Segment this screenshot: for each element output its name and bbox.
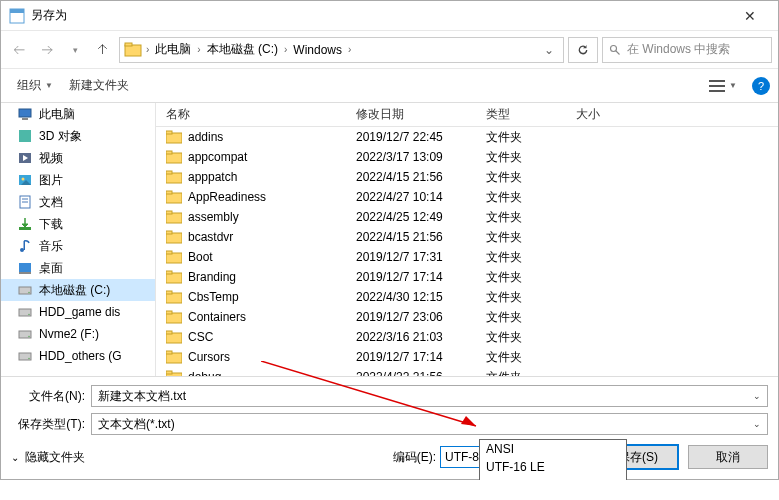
up-button[interactable]: 🡡 [91,38,115,62]
folder-icon [166,130,182,144]
svg-rect-35 [166,131,172,134]
sidebar-item[interactable]: 桌面 [1,257,155,279]
hide-folders-toggle[interactable]: ⌄ 隐藏文件夹 [11,449,85,466]
svg-rect-24 [19,263,31,272]
file-row[interactable]: bcastdvr2022/4/15 21:56文件夹 [156,227,778,247]
refresh-button[interactable] [568,37,598,63]
navigation-tree[interactable]: 此电脑3D 对象视频图片文档下载音乐桌面本地磁盘 (C:)HDD_game di… [1,103,156,376]
savetype-select[interactable]: 文本文档(*.txt)⌄ [91,413,768,435]
close-button[interactable]: ✕ [730,8,770,24]
file-row[interactable]: Containers2019/12/7 23:06文件夹 [156,307,778,327]
file-name: Branding [188,270,236,284]
sidebar-label: HDD_game dis [39,305,120,319]
file-name: debug [188,370,221,376]
encoding-option[interactable]: UTF-16 LE [480,458,626,476]
file-row[interactable]: Branding2019/12/7 17:14文件夹 [156,267,778,287]
file-date: 2022/4/30 12:15 [356,290,486,304]
sidebar-item[interactable]: 视频 [1,147,155,169]
folder-icon [166,370,182,376]
file-row[interactable]: AppReadiness2022/4/27 10:14文件夹 [156,187,778,207]
file-row[interactable]: apppatch2022/4/15 21:56文件夹 [156,167,778,187]
view-options-button[interactable]: ▼ [700,75,746,97]
sidebar-item[interactable]: Nvme2 (F:) [1,323,155,345]
column-headers: 名称 修改日期 类型 大小 [156,103,778,127]
music-icon [17,238,33,254]
file-row[interactable]: Boot2019/12/7 17:31文件夹 [156,247,778,267]
file-row[interactable]: CSC2022/3/16 21:03文件夹 [156,327,778,347]
cancel-button[interactable]: 取消 [688,445,768,469]
encoding-dropdown[interactable]: ANSIUTF-16 LEUTF-16 BEUTF-8带有 BOM 的 UTF-… [479,439,627,480]
sidebar-label: 文档 [39,194,63,211]
savetype-label: 保存类型(T): [11,416,91,433]
encoding-label: 编码(E): [393,449,436,466]
new-folder-button[interactable]: 新建文件夹 [61,74,137,97]
content-area: 此电脑3D 对象视频图片文档下载音乐桌面本地磁盘 (C:)HDD_game di… [1,103,778,377]
app-icon [9,8,25,24]
file-list[interactable]: 名称 修改日期 类型 大小 addins2019/12/7 22:45文件夹ap… [156,103,778,376]
address-bar[interactable]: › 此电脑 › 本地磁盘 (C:) › Windows › ⌄ [119,37,564,63]
sidebar-label: 音乐 [39,238,63,255]
file-row[interactable]: CbsTemp2022/4/30 12:15文件夹 [156,287,778,307]
sidebar-label: 视频 [39,150,63,167]
breadcrumb-item[interactable]: 本地磁盘 (C:) [201,40,284,59]
svg-rect-23 [24,241,26,250]
sidebar-item[interactable]: HDD_game dis [1,301,155,323]
folder-icon [166,230,182,244]
file-row[interactable]: debug2022/4/22 21:56文件夹 [156,367,778,376]
file-row[interactable]: assembly2022/4/25 12:49文件夹 [156,207,778,227]
help-button[interactable]: ? [752,77,770,95]
svg-point-33 [28,358,30,360]
disk-icon [17,326,33,342]
caret-down-icon[interactable]: ⌄ [753,419,761,429]
sidebar-item[interactable]: HDD_others (G [1,345,155,367]
filename-input[interactable]: 新建文本文档.txt⌄ [91,385,768,407]
svg-point-29 [28,314,30,316]
sidebar-item[interactable]: 文档 [1,191,155,213]
encoding-option[interactable]: ANSI [480,440,626,458]
file-name: appcompat [188,150,247,164]
file-row[interactable]: Cursors2019/12/7 17:14文件夹 [156,347,778,367]
svg-rect-49 [166,271,172,274]
file-date: 2019/12/7 22:45 [356,130,486,144]
sidebar-item[interactable]: 下载 [1,213,155,235]
breadcrumb-item[interactable]: Windows [287,42,348,58]
file-row[interactable]: appcompat2022/3/17 13:09文件夹 [156,147,778,167]
sidebar-item[interactable]: 3D 对象 [1,125,155,147]
folder-icon [166,250,182,264]
window-title: 另存为 [31,7,730,24]
encoding-option[interactable]: UTF-16 BE [480,476,626,480]
search-input[interactable]: 在 Windows 中搜索 [602,37,772,63]
refresh-icon [576,43,590,57]
file-date: 2022/4/22 21:56 [356,370,486,376]
svg-rect-37 [166,151,172,154]
column-type[interactable]: 类型 [486,106,576,123]
file-name: Cursors [188,350,230,364]
column-date[interactable]: 修改日期 [356,106,486,123]
column-size[interactable]: 大小 [576,106,636,123]
sidebar-item[interactable]: 此电脑 [1,103,155,125]
recent-dropdown[interactable]: ▾ [63,38,87,62]
file-type: 文件夹 [486,289,576,306]
sidebar-item[interactable]: 本地磁盘 (C:) [1,279,155,301]
sidebar-item[interactable]: 图片 [1,169,155,191]
breadcrumb-item[interactable]: 此电脑 [149,40,197,59]
svg-rect-7 [709,85,725,87]
file-row[interactable]: addins2019/12/7 22:45文件夹 [156,127,778,147]
svg-rect-43 [166,211,172,214]
svg-rect-9 [19,109,31,117]
address-dropdown[interactable]: ⌄ [539,43,559,57]
back-button[interactable]: 🡠 [7,38,31,62]
svg-point-27 [28,292,30,294]
forward-button[interactable]: 🡢 [35,38,59,62]
svg-rect-47 [166,251,172,254]
caret-down-icon[interactable]: ⌄ [753,391,761,401]
file-type: 文件夹 [486,169,576,186]
organize-button[interactable]: 组织▼ [9,74,61,97]
file-date: 2022/3/17 13:09 [356,150,486,164]
column-name[interactable]: 名称 [156,106,356,123]
file-name: addins [188,130,223,144]
file-name: CbsTemp [188,290,239,304]
folder-icon [166,190,182,204]
pc-icon [17,106,33,122]
sidebar-item[interactable]: 音乐 [1,235,155,257]
